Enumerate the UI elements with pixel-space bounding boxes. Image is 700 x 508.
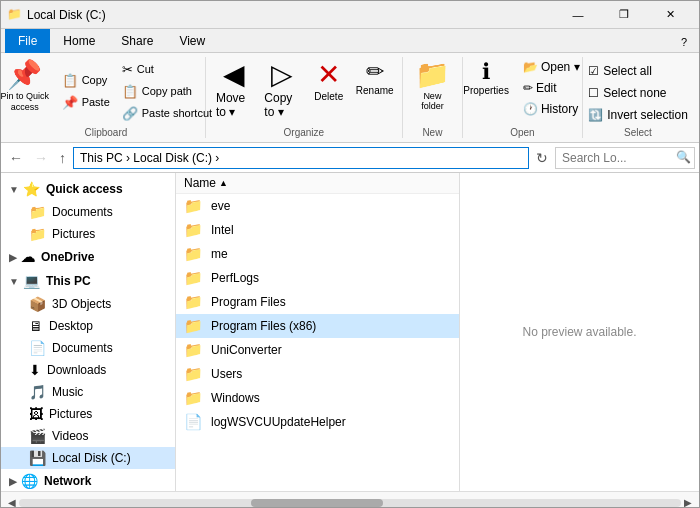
refresh-button[interactable]: ↻ xyxy=(532,148,552,168)
tab-home[interactable]: Home xyxy=(50,29,108,53)
file-name: PerfLogs xyxy=(211,271,451,285)
move-to-button[interactable]: ◀ Move to ▾ xyxy=(211,57,257,123)
open-split-button[interactable]: 📂 Open ▾ xyxy=(516,57,587,77)
history-button[interactable]: 🕐 History xyxy=(516,99,587,119)
edit-button[interactable]: ✏ Edit xyxy=(516,78,587,98)
pin-icon: 📌 xyxy=(7,61,42,89)
sidebar-network[interactable]: ▶ 🌐 Network xyxy=(1,469,175,491)
select-all-button[interactable]: ☑ Select all xyxy=(581,61,695,81)
title-bar: 📁 Local Disk (C:) — ❐ ✕ xyxy=(1,1,699,29)
quick-access-label: Quick access xyxy=(46,182,123,196)
music-label: Music xyxy=(52,385,83,399)
sidebar-item-pictures-pc[interactable]: 🖼 Pictures xyxy=(1,403,175,425)
sidebar-onedrive[interactable]: ▶ ☁ OneDrive xyxy=(1,245,175,269)
rename-button[interactable]: ✏ Rename xyxy=(353,57,397,100)
sidebar-item-documents-qa[interactable]: 📁 Documents xyxy=(1,201,175,223)
file-name: me xyxy=(211,247,451,261)
network-icon: 🌐 xyxy=(21,473,38,489)
file-list-header[interactable]: Name ▲ xyxy=(176,173,459,194)
this-pc-icon: 💻 xyxy=(23,273,40,289)
sidebar-item-music[interactable]: 🎵 Music xyxy=(1,381,175,403)
new-folder-button[interactable]: 📁 New folder xyxy=(409,57,456,115)
copy-path-button[interactable]: 📋 Copy path xyxy=(117,81,217,102)
open-label: Open xyxy=(510,125,534,138)
file-item[interactable]: 📁me xyxy=(176,242,459,266)
select-all-icon: ☑ xyxy=(588,64,599,78)
delete-button[interactable]: ✕ Delete xyxy=(307,57,351,106)
pin-to-quick-access-button[interactable]: 📌 Pin to Quick access xyxy=(0,57,55,125)
move-icon: ◀ xyxy=(223,61,245,89)
file-type-icon: 📁 xyxy=(184,293,203,311)
properties-button[interactable]: ℹ Properties xyxy=(458,57,514,100)
sidebar-item-desktop[interactable]: 🖥 Desktop xyxy=(1,315,175,337)
pictures-pc-icon: 🖼 xyxy=(29,406,43,422)
back-button[interactable]: ← xyxy=(5,148,27,168)
onedrive-label: OneDrive xyxy=(41,250,94,264)
file-item[interactable]: 📁Windows xyxy=(176,386,459,410)
close-button[interactable]: ✕ xyxy=(647,5,693,25)
sidebar-item-3d-objects[interactable]: 📦 3D Objects xyxy=(1,293,175,315)
scrollbar-thumb[interactable] xyxy=(251,499,383,507)
downloads-label: Downloads xyxy=(47,363,106,377)
tab-share[interactable]: Share xyxy=(108,29,166,53)
address-input[interactable] xyxy=(73,147,529,169)
tab-view[interactable]: View xyxy=(166,29,218,53)
up-button[interactable]: ↑ xyxy=(55,148,70,168)
paste-shortcut-button[interactable]: 🔗 Paste shortcut xyxy=(117,103,217,124)
file-item[interactable]: 📁eve xyxy=(176,194,459,218)
ribbon-group-select: ☑ Select all ☐ Select none 🔃 Invert sele… xyxy=(583,57,693,138)
sidebar-this-pc[interactable]: ▼ 💻 This PC xyxy=(1,269,175,293)
select-none-button[interactable]: ☐ Select none xyxy=(581,83,695,103)
restore-button[interactable]: ❐ xyxy=(601,5,647,25)
file-type-icon: 📁 xyxy=(184,197,203,215)
file-item[interactable]: 📁Program Files (x86) xyxy=(176,314,459,338)
file-item[interactable]: 📁Program Files xyxy=(176,290,459,314)
search-icon: 🔍 xyxy=(676,150,691,164)
desktop-icon: 🖥 xyxy=(29,318,43,334)
videos-label: Videos xyxy=(52,429,88,443)
paste-button[interactable]: 📌 Paste xyxy=(57,92,115,113)
invert-selection-button[interactable]: 🔃 Invert selection xyxy=(581,105,695,125)
sidebar-item-documents-pc[interactable]: 📄 Documents xyxy=(1,337,175,359)
column-name: Name xyxy=(184,176,216,190)
forward-button[interactable]: → xyxy=(30,148,52,168)
copy-button[interactable]: 📋 Copy xyxy=(57,70,115,91)
file-item[interactable]: 📁Intel xyxy=(176,218,459,242)
ribbon-help[interactable]: ? xyxy=(673,32,695,52)
sidebar-item-local-disk[interactable]: 💾 Local Disk (C:) xyxy=(1,447,175,469)
sidebar-item-downloads[interactable]: ⬇ Downloads xyxy=(1,359,175,381)
videos-icon: 🎬 xyxy=(29,428,46,444)
copy-to-button[interactable]: ▷ Copy to ▾ xyxy=(259,57,304,123)
scroll-area: ◀ ▶ xyxy=(1,491,699,508)
documents-qa-label: Documents xyxy=(52,205,113,219)
ribbon-group-organize: ◀ Move to ▾ ▷ Copy to ▾ ✕ Delete ✏ Renam… xyxy=(206,57,403,138)
scroll-left-button[interactable]: ◀ xyxy=(5,497,19,508)
minimize-button[interactable]: — xyxy=(555,5,601,25)
scroll-right-button[interactable]: ▶ xyxy=(681,497,695,508)
file-item[interactable]: 📁UniConverter xyxy=(176,338,459,362)
file-area: Name ▲ 📁eve📁Intel📁me📁PerfLogs📁Program Fi… xyxy=(176,173,459,491)
onedrive-expand-icon: ▶ xyxy=(9,252,17,263)
file-item[interactable]: 📁Users xyxy=(176,362,459,386)
file-item[interactable]: 📁PerfLogs xyxy=(176,266,459,290)
sidebar-item-pictures-qa[interactable]: 📁 Pictures xyxy=(1,223,175,245)
copy-to-icon: ▷ xyxy=(271,61,293,89)
file-name: Program Files (x86) xyxy=(211,319,451,333)
pictures-qa-label: Pictures xyxy=(52,227,95,241)
scrollbar-track[interactable] xyxy=(19,499,681,507)
cut-button[interactable]: ✂ Cut xyxy=(117,59,217,80)
3d-objects-label: 3D Objects xyxy=(52,297,111,311)
network-label: Network xyxy=(44,474,91,488)
file-name: Users xyxy=(211,367,451,381)
paste-shortcut-icon: 🔗 xyxy=(122,106,138,121)
file-type-icon: 📄 xyxy=(184,413,203,431)
file-item[interactable]: 📄logWSVCUUpdateHelper xyxy=(176,410,459,434)
select-label: Select xyxy=(624,125,652,138)
tab-file[interactable]: File xyxy=(5,29,50,53)
sidebar: ▼ ⭐ Quick access 📁 Documents 📁 Pictures … xyxy=(1,173,176,491)
new-group-label: New xyxy=(422,125,442,138)
search-input[interactable] xyxy=(555,147,695,169)
file-type-icon: 📁 xyxy=(184,341,203,359)
sidebar-item-videos[interactable]: 🎬 Videos xyxy=(1,425,175,447)
sidebar-quick-access[interactable]: ▼ ⭐ Quick access xyxy=(1,177,175,201)
